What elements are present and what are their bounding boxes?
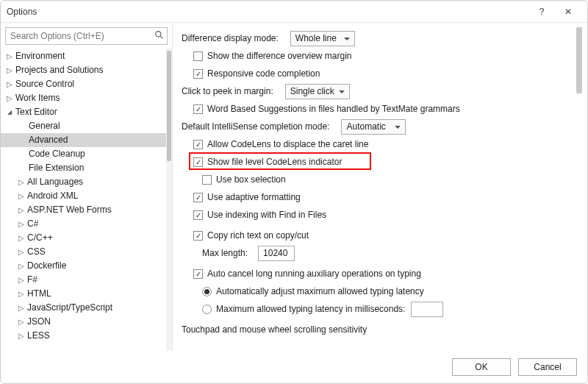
- max-length-label: Max length:: [202, 248, 248, 258]
- content-scrollbar-thumb[interactable]: [576, 27, 582, 93]
- allow-codelens-label: Allow CodeLens to displace the caret lin…: [207, 139, 368, 149]
- tree-node[interactable]: ▷LESS: [1, 329, 166, 343]
- tree-node[interactable]: ▷HTML: [1, 287, 166, 301]
- checkbox-icon[interactable]: [193, 193, 203, 202]
- tree-node-label: C#: [26, 217, 38, 231]
- chevron-down-icon[interactable]: ◢: [5, 105, 14, 119]
- chevron-right-icon[interactable]: ▷: [17, 217, 26, 231]
- row-show-file-codelens[interactable]: Show file level CodeLens indicator: [182, 154, 574, 170]
- tree-node-label: F#: [26, 273, 37, 287]
- intellisense-label: Default IntelliSense completion mode:: [182, 121, 329, 132]
- tree-node-label: Environment: [14, 49, 65, 63]
- row-copy-rich-text[interactable]: Copy rich text on copy/cut: [182, 227, 574, 243]
- chevron-right-icon[interactable]: ▷: [17, 231, 26, 245]
- left-panel: ▷Environment▷Projects and Solutions▷Sour…: [1, 23, 173, 351]
- chevron-right-icon[interactable]: ▷: [5, 91, 14, 105]
- tree-wrap: ▷Environment▷Projects and Solutions▷Sour…: [1, 48, 172, 351]
- tree-scrollbar-thumb[interactable]: [167, 51, 171, 161]
- use-box-selection-label: Use box selection: [216, 174, 286, 185]
- radio-icon[interactable]: [202, 305, 212, 314]
- diff-mode-label: Difference display mode:: [182, 33, 279, 43]
- checkbox-icon[interactable]: [193, 104, 203, 114]
- checkbox-icon[interactable]: [202, 175, 212, 185]
- search-input[interactable]: [9, 30, 154, 42]
- tree-node[interactable]: ◢Text Editor: [1, 105, 166, 119]
- tree-node[interactable]: ▷JavaScript/TypeScript: [1, 301, 166, 315]
- titlebar: Options ? ✕: [1, 1, 587, 23]
- tree-node[interactable]: ▷Dockerfile: [1, 259, 166, 273]
- row-max-latency-ms[interactable]: Maximum allowed typing latency in millis…: [182, 301, 574, 317]
- tree-node[interactable]: ▷Android XML: [1, 189, 166, 203]
- row-max-length: Max length: 10240: [182, 245, 574, 261]
- chevron-right-icon[interactable]: ▷: [5, 63, 14, 77]
- right-panel: Difference display mode: Whole line Show…: [173, 23, 587, 351]
- tree-node[interactable]: ▷F#: [1, 273, 166, 287]
- intellisense-combo[interactable]: Automatic: [341, 119, 406, 135]
- row-auto-adjust-latency[interactable]: Automatically adjust maximum allowed typ…: [182, 283, 574, 299]
- radio-icon[interactable]: [202, 287, 212, 296]
- tree-node[interactable]: ▷Work Items: [1, 91, 166, 105]
- max-latency-ms-label: Maximum allowed typing latency in millis…: [216, 304, 405, 314]
- chevron-right-icon[interactable]: ▷: [17, 203, 26, 217]
- tree-node[interactable]: ▷C#: [1, 217, 166, 231]
- row-show-diff-overview[interactable]: Show the difference overview margin: [182, 48, 574, 64]
- chevron-right-icon[interactable]: ▷: [17, 329, 26, 343]
- tree-node[interactable]: ▷JSON: [1, 315, 166, 329]
- checkbox-icon[interactable]: [193, 51, 203, 61]
- checkbox-icon[interactable]: [193, 210, 203, 220]
- row-allow-codelens[interactable]: Allow CodeLens to displace the caret lin…: [182, 136, 574, 152]
- cancel-button[interactable]: Cancel: [518, 358, 577, 376]
- checkbox-icon[interactable]: [193, 269, 203, 279]
- options-dialog: Options ? ✕ ▷Environment▷Projects and So…: [0, 0, 588, 384]
- chevron-right-icon[interactable]: ▷: [17, 259, 26, 273]
- tree-node-label: C/C++: [26, 231, 53, 245]
- help-icon[interactable]: ?: [528, 1, 555, 23]
- tree-node[interactable]: Advanced: [1, 133, 166, 147]
- chevron-right-icon[interactable]: ▷: [5, 49, 14, 63]
- chevron-right-icon[interactable]: ▷: [5, 77, 14, 91]
- diff-mode-combo[interactable]: Whole line: [290, 31, 355, 46]
- tree-node[interactable]: General: [1, 119, 166, 133]
- options-tree[interactable]: ▷Environment▷Projects and Solutions▷Sour…: [1, 48, 166, 351]
- click-peek-value: Single click: [290, 86, 334, 96]
- tree-node[interactable]: ▷C/C++: [1, 231, 166, 245]
- click-peek-label: Click to peek in margin:: [182, 86, 273, 96]
- row-responsive-completion[interactable]: Responsive code completion: [182, 65, 574, 82]
- window-title: Options: [7, 7, 528, 17]
- checkbox-icon[interactable]: [193, 140, 203, 149]
- tree-node[interactable]: Code Cleanup: [1, 147, 166, 161]
- row-use-adaptive-fmt[interactable]: Use adaptive formatting: [182, 189, 574, 205]
- tree-node[interactable]: ▷CSS: [1, 245, 166, 259]
- row-use-indexing[interactable]: Use indexing with Find in Files: [182, 207, 574, 223]
- click-peek-combo[interactable]: Single click: [285, 84, 350, 99]
- tree-node[interactable]: ▷Projects and Solutions: [1, 63, 166, 77]
- row-auto-cancel[interactable]: Auto cancel long running auxiliary opera…: [182, 266, 574, 282]
- close-icon[interactable]: ✕: [555, 1, 581, 23]
- tree-scrollbar[interactable]: [166, 48, 172, 351]
- row-word-based[interactable]: Word Based Suggestions in files handled …: [182, 101, 574, 117]
- chevron-right-icon[interactable]: ▷: [17, 189, 26, 203]
- chevron-right-icon[interactable]: ▷: [17, 175, 26, 189]
- search-icon: [154, 30, 164, 42]
- row-use-box-selection[interactable]: Use box selection: [182, 171, 574, 188]
- tree-node[interactable]: ▷ASP.NET Web Forms: [1, 203, 166, 217]
- chevron-right-icon[interactable]: ▷: [17, 301, 26, 315]
- checkbox-icon[interactable]: [193, 157, 203, 167]
- max-latency-input[interactable]: [411, 302, 443, 317]
- tree-node[interactable]: ▷Environment: [1, 49, 166, 63]
- tree-node[interactable]: ▷Source Control: [1, 77, 166, 91]
- chevron-right-icon[interactable]: ▷: [17, 245, 26, 259]
- tree-node[interactable]: ▷All Languages: [1, 175, 166, 189]
- search-input-wrap[interactable]: [5, 27, 168, 45]
- tree-node-label: JSON: [26, 315, 51, 329]
- tree-node[interactable]: File Extension: [1, 161, 166, 175]
- content-scrollbar[interactable]: [576, 27, 583, 346]
- responsive-completion-label: Responsive code completion: [207, 68, 320, 79]
- chevron-right-icon[interactable]: ▷: [17, 273, 26, 287]
- checkbox-icon[interactable]: [193, 231, 203, 241]
- ok-button[interactable]: OK: [452, 358, 511, 376]
- chevron-right-icon[interactable]: ▷: [17, 315, 26, 329]
- chevron-right-icon[interactable]: ▷: [17, 287, 26, 301]
- max-length-input[interactable]: 10240: [258, 246, 295, 261]
- checkbox-icon[interactable]: [193, 69, 203, 79]
